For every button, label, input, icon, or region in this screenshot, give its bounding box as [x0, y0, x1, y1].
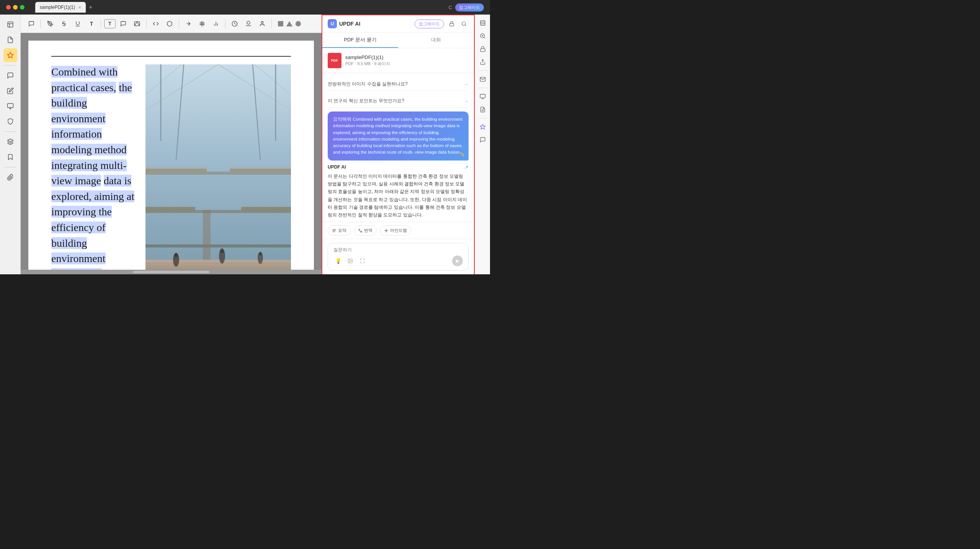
- toolbar-text-icon[interactable]: T: [85, 18, 98, 30]
- mini-icon-zoom[interactable]: [477, 31, 488, 41]
- region-select-icon[interactable]: [358, 256, 367, 265]
- file-details: samplePDF(1)(1) PDF · 9.5 MB · 9 페이지: [345, 54, 390, 67]
- sidebar-icon-protect[interactable]: [3, 115, 17, 128]
- toolbar-draw-icon[interactable]: [229, 18, 241, 30]
- toolbar-typewriter-icon[interactable]: [131, 18, 143, 30]
- suggestion-item-2[interactable]: 이 연구의 혁신 포인트는 무엇인가요? →: [328, 95, 469, 108]
- toolbar-shape-icon[interactable]: [163, 18, 176, 30]
- ai-response: UPDF AI ↗ 이 문서는 다각적인 이미지 데이터를 통합한 건축 환경 …: [328, 164, 469, 222]
- toolbar-sep-4: [179, 19, 179, 28]
- tab-pdf-ask[interactable]: PDF 문서 묻기: [322, 33, 398, 48]
- image-attach-icon[interactable]: [346, 256, 355, 265]
- toolbar-textbox-icon[interactable]: T: [104, 19, 116, 28]
- toolbar-sep-2: [101, 19, 101, 28]
- svg-rect-37: [230, 169, 291, 173]
- user-message-text: 요약해줘 Combined with practical cases, the …: [333, 117, 463, 154]
- upgrade-title-button[interactable]: 업그레이드: [455, 3, 484, 11]
- toolbar-arrow-icon[interactable]: [182, 18, 194, 30]
- send-button[interactable]: ▶: [452, 256, 463, 266]
- sidebar-icon-comment[interactable]: [3, 69, 17, 82]
- lock-icon[interactable]: [447, 19, 456, 28]
- mini-sep-1: [478, 70, 487, 71]
- mini-icon-lock[interactable]: [477, 44, 488, 54]
- suggestion-text-1: 전방위적인 이미지 수집을 실현하나요?: [328, 81, 408, 87]
- maximize-button[interactable]: [20, 5, 24, 10]
- mini-sep-3: [478, 118, 487, 118]
- toolbar-pencil-icon[interactable]: [44, 18, 56, 30]
- new-tab-button[interactable]: +: [89, 4, 92, 11]
- tab-close-icon[interactable]: ✕: [78, 5, 81, 10]
- highlighted-text-7: building environment: [51, 237, 106, 265]
- pdf-text-block: Combined with practical cases, the build…: [51, 64, 136, 270]
- mini-icon-ai[interactable]: [477, 121, 488, 132]
- pdf-page-container[interactable]: Combined with practical cases, the build…: [21, 33, 322, 270]
- file-icon: PDF: [328, 53, 341, 68]
- minimize-button[interactable]: [13, 5, 18, 10]
- scrollbar-thumb-horizontal[interactable]: [133, 271, 209, 273]
- toolbar-comment-icon[interactable]: [25, 18, 38, 30]
- sidebar-icon-page[interactable]: [3, 33, 17, 47]
- mini-icon-mail[interactable]: [477, 74, 488, 85]
- chat-input-field[interactable]: [333, 247, 463, 252]
- ai-header: U UPDF AI 업그레이드: [322, 15, 474, 33]
- sidebar-icon-document[interactable]: [3, 18, 17, 31]
- toolbar-sep-3: [146, 19, 147, 28]
- close-button[interactable]: [6, 5, 11, 10]
- highlighted-text-1: Combined with practical cases,: [51, 66, 118, 93]
- shape-triangle[interactable]: [286, 21, 292, 26]
- tab-active[interactable]: samplePDF(1)(1) ✕: [35, 2, 86, 13]
- sidebar-icon-highlight[interactable]: [3, 48, 17, 62]
- toolbar-chart-icon[interactable]: [210, 18, 222, 30]
- mini-sep-2: [478, 88, 487, 88]
- translate-label: 번역: [364, 228, 372, 233]
- svg-line-50: [465, 25, 466, 26]
- svg-point-45: [259, 252, 262, 256]
- svg-point-43: [174, 253, 178, 257]
- ai-tabs: PDF 문서 묻기 대화: [322, 33, 474, 48]
- summary-button[interactable]: 요약: [328, 225, 351, 236]
- pdf-area: T T: [21, 15, 322, 274]
- mini-icon-convert[interactable]: [477, 91, 488, 102]
- tab-chat[interactable]: 대화: [398, 33, 474, 48]
- mini-icon-pages[interactable]: [477, 18, 488, 28]
- mindmap-button[interactable]: 마인드맵: [380, 225, 411, 236]
- svg-rect-64: [480, 49, 485, 51]
- toolbar-measure-icon[interactable]: [196, 18, 208, 30]
- svg-rect-57: [480, 21, 485, 25]
- translate-button[interactable]: 번역: [354, 225, 377, 236]
- toolbar-sign-icon[interactable]: [256, 18, 268, 30]
- sidebar-icon-attachment[interactable]: [3, 170, 17, 184]
- toolbar-callout-icon[interactable]: [117, 18, 129, 30]
- mini-icon-ocr[interactable]: [477, 104, 488, 115]
- ai-logo: U UPDF AI: [328, 19, 360, 28]
- svg-point-54: [386, 230, 387, 231]
- file-info: PDF samplePDF(1)(1) PDF · 9.5 MB · 9 페이지: [322, 48, 474, 73]
- tab-label: samplePDF(1)(1): [40, 5, 75, 10]
- sidebar-icon-layers[interactable]: [3, 135, 17, 149]
- svg-point-18: [261, 21, 263, 23]
- mindmap-label: 마인드맵: [390, 228, 407, 233]
- toolbar-underline-icon[interactable]: [72, 18, 84, 30]
- suggestion-item-1[interactable]: 전방위적인 이미지 수집을 실현하나요? →: [328, 78, 469, 91]
- lightbulb-icon[interactable]: 💡: [333, 256, 343, 265]
- shape-square[interactable]: [278, 21, 283, 26]
- toolbar-sep-1: [41, 19, 41, 28]
- toolbar-strikethrough-icon[interactable]: [58, 18, 70, 30]
- toolbar-stamp-icon[interactable]: [242, 18, 255, 30]
- ai-upgrade-button[interactable]: 업그레이드: [415, 20, 444, 28]
- sidebar-icon-edit[interactable]: [3, 84, 17, 98]
- mini-icon-chat-bubble[interactable]: [477, 134, 488, 145]
- search-icon[interactable]: [459, 19, 469, 28]
- sidebar-icon-bookmark[interactable]: [3, 150, 17, 164]
- updf-ai-logo-icon: U: [328, 19, 337, 28]
- shape-circle[interactable]: [296, 21, 301, 26]
- edit-message-icon[interactable]: ✏️: [459, 151, 465, 157]
- toolbar-markup-icon[interactable]: [150, 18, 162, 30]
- chat-area[interactable]: 전방위적인 이미지 수집을 실현하나요? → 이 연구의 혁신 포인트는 무엇인…: [322, 73, 474, 222]
- sidebar-icon-organize[interactable]: [3, 99, 17, 113]
- ai-export-icon[interactable]: ↗: [464, 164, 469, 170]
- mini-icon-share[interactable]: [477, 57, 488, 67]
- ai-response-header: UPDF AI ↗: [328, 164, 469, 170]
- svg-rect-38: [145, 207, 195, 211]
- horizontal-scrollbar[interactable]: [21, 270, 322, 274]
